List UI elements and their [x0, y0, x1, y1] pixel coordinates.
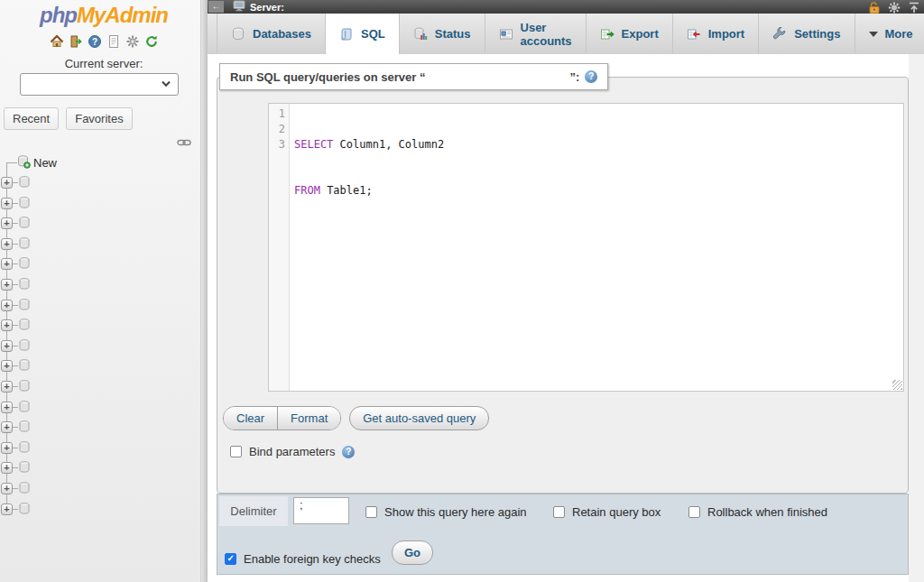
tab-status[interactable]: Status [400, 14, 485, 54]
recent-tab[interactable]: Recent [4, 107, 59, 130]
lock-icon[interactable] [868, 1, 881, 13]
expand-plus-icon[interactable]: + [1, 340, 13, 352]
phpmyadmin-logo[interactable]: phpMyAdmin [0, 0, 208, 28]
bind-parameters-help-icon[interactable]: ? [342, 446, 355, 458]
page-scrollbar-track[interactable] [909, 54, 924, 582]
database-tree-row[interactable]: + [0, 296, 200, 317]
database-icon [18, 380, 31, 396]
editor-code[interactable]: SELECT Column1, Column2 FROM Table1; [290, 104, 444, 391]
database-tree-row[interactable]: + [0, 254, 200, 275]
help-doc-icon[interactable]: ? [88, 34, 102, 49]
sql-editor[interactable]: 1 2 3 SELECT Column1, Column2 FROM Table… [268, 103, 904, 392]
back-arrow-button[interactable]: ← [208, 1, 224, 13]
server-select[interactable] [20, 73, 179, 96]
database-tree-row[interactable]: + [0, 479, 200, 500]
home-icon[interactable] [50, 34, 64, 49]
expand-plus-icon[interactable]: + [1, 462, 13, 474]
database-icon [18, 461, 31, 477]
get-autosaved-query-button[interactable]: Get auto-saved query [349, 406, 489, 430]
link-with-main-icon[interactable] [177, 135, 191, 147]
database-tree-row[interactable]: + [0, 398, 200, 419]
expand-plus-icon[interactable]: + [1, 442, 13, 454]
tab-export[interactable]: Export [587, 14, 673, 54]
expand-plus-icon[interactable]: + [1, 198, 13, 209]
editor-line-numbers: 1 2 3 [269, 104, 290, 391]
expand-plus-icon[interactable]: + [1, 279, 13, 291]
code-line: FROM Table1; [294, 183, 444, 199]
reload-navigation-icon[interactable] [144, 34, 159, 49]
database-tree-row[interactable]: + [0, 356, 200, 377]
tab-label: Import [708, 27, 744, 41]
delimiter-input[interactable]: ; [293, 497, 349, 524]
new-database-label: New [33, 156, 57, 170]
database-tree-row[interactable]: + [0, 316, 200, 337]
expand-plus-icon[interactable]: + [1, 300, 13, 311]
tab-label: Status [435, 27, 471, 41]
expand-plus-icon[interactable]: + [1, 483, 13, 494]
enable-foreign-key-label: Enable foreign key checks [244, 552, 381, 566]
tab-sql[interactable]: SQL [326, 14, 400, 54]
rollback-checkbox[interactable] [688, 506, 700, 518]
bind-parameters-label: Bind parameters [249, 445, 335, 458]
tab-settings[interactable]: Settings [759, 14, 855, 54]
logo-myadmin: MyAdmin [77, 3, 168, 27]
expand-plus-icon[interactable]: + [1, 381, 13, 393]
retain-query-box-checkbox[interactable] [553, 506, 565, 518]
database-tree-row[interactable]: + [0, 500, 200, 521]
show-query-again-option: Show this query here again [365, 505, 527, 519]
database-icon [18, 482, 31, 498]
database-tree-row[interactable]: + [0, 439, 200, 459]
database-tree-row[interactable]: + [0, 173, 200, 194]
database-icon [18, 420, 31, 437]
tab-databases[interactable]: Databases [217, 14, 326, 54]
retain-query-box-option: Retain query box [553, 505, 661, 519]
sidebar-resize-handle[interactable] [200, 0, 208, 582]
new-database-item[interactable]: New [0, 152, 200, 173]
page-settings-gear-icon[interactable] [888, 1, 901, 13]
expand-plus-icon[interactable]: + [1, 177, 13, 189]
database-icon [18, 339, 31, 356]
tab-user-accounts[interactable]: User accounts [485, 14, 587, 54]
database-tree-row[interactable]: + [0, 194, 200, 215]
expand-plus-icon[interactable]: + [1, 402, 13, 413]
database-tree-row[interactable]: + [0, 337, 200, 357]
enable-foreign-key-checkbox[interactable] [225, 553, 236, 565]
tab-import[interactable]: Import [673, 14, 759, 54]
expand-plus-icon[interactable]: + [1, 421, 13, 433]
expand-plus-icon[interactable]: + [1, 360, 13, 372]
database-tree-row[interactable]: + [0, 275, 200, 296]
expand-plus-icon[interactable]: + [1, 217, 13, 229]
mysql-docs-icon[interactable] [106, 34, 121, 49]
go-button[interactable]: Go [392, 540, 433, 565]
database-tree-row[interactable]: + [0, 418, 200, 439]
tab-more[interactable]: More [855, 14, 924, 54]
expand-plus-icon[interactable]: + [1, 319, 13, 331]
show-query-again-checkbox[interactable] [365, 506, 377, 518]
database-tree: New + + + + [0, 152, 200, 582]
clear-button[interactable]: Clear [224, 407, 277, 430]
sql-help-icon[interactable]: ? [585, 70, 597, 83]
favorites-tab[interactable]: Favorites [66, 107, 132, 130]
expand-plus-icon[interactable]: + [1, 503, 13, 515]
tab-label: More [885, 27, 913, 41]
logout-icon[interactable] [69, 34, 83, 49]
expand-plus-icon[interactable]: + [1, 258, 13, 270]
format-button[interactable]: Format [277, 407, 340, 430]
database-tree-items: + + + + + [0, 173, 200, 520]
scroll-top-icon[interactable] [908, 1, 920, 13]
editor-resize-grip[interactable] [892, 380, 902, 390]
foreign-key-option: Enable foreign key checks [225, 552, 381, 566]
rollback-option: Rollback when finished [688, 505, 827, 519]
database-tree-row[interactable]: + [0, 458, 200, 479]
settings-gear-icon[interactable] [125, 34, 140, 49]
database-tree-row[interactable]: + [0, 214, 200, 235]
expand-plus-icon[interactable]: + [1, 238, 13, 250]
database-icon [18, 299, 31, 315]
bind-parameters-checkbox[interactable] [230, 446, 242, 457]
database-tree-row[interactable]: + [0, 235, 200, 255]
database-icon [18, 237, 31, 254]
database-tree-row[interactable]: + [0, 377, 200, 398]
delimiter-label: Delimiter [219, 496, 288, 526]
database-icon [18, 197, 31, 213]
database-icon [18, 319, 31, 335]
